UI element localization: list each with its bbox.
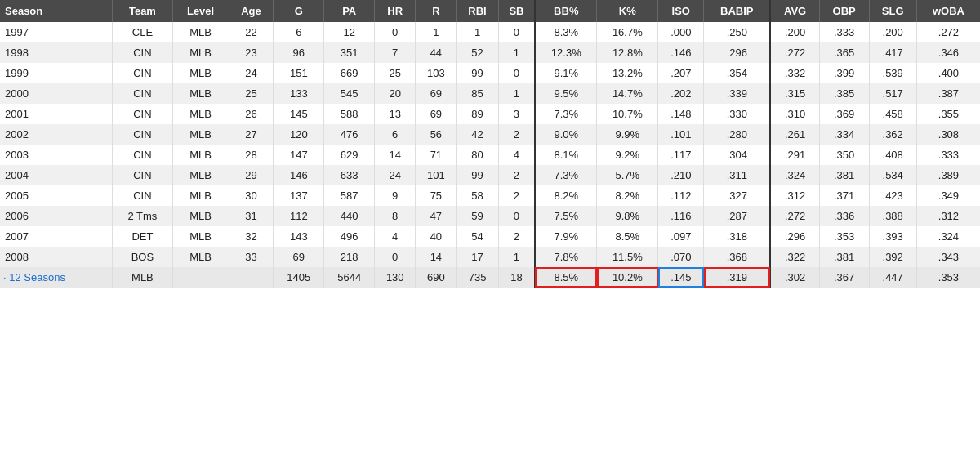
table-cell: 26 <box>229 104 274 124</box>
table-cell: 9.9% <box>597 124 658 145</box>
table-cell: CIN <box>113 185 172 206</box>
summary-cell: .319 <box>704 267 771 288</box>
col-team: Team <box>113 0 172 22</box>
table-cell: 69 <box>416 104 457 124</box>
table-cell: MLB <box>172 124 229 145</box>
table-cell: .365 <box>819 42 869 63</box>
table-cell: 2008 <box>0 247 113 267</box>
table-cell: .310 <box>770 104 819 124</box>
table-cell: 59 <box>457 206 498 226</box>
table-cell: 7.3% <box>535 104 597 124</box>
table-row: 2005CINMLB301375879755828.2%8.2%.112.327… <box>0 185 980 206</box>
table-cell: .393 <box>869 226 916 247</box>
table-cell: 9.1% <box>535 63 597 83</box>
table-cell: 7.9% <box>535 226 597 247</box>
table-cell: 0 <box>498 22 535 42</box>
table-cell: 633 <box>324 165 375 185</box>
table-cell: 6 <box>274 22 324 42</box>
table-cell: 75 <box>416 185 457 206</box>
table-cell: .332 <box>770 63 819 83</box>
table-cell: 588 <box>324 104 375 124</box>
table-cell: .207 <box>658 63 704 83</box>
table-cell: 25 <box>229 83 274 104</box>
table-row: 2007DETMLB321434964405427.9%8.5%.097.318… <box>0 226 980 247</box>
table-cell: CIN <box>113 145 172 165</box>
table-cell: 85 <box>457 83 498 104</box>
table-cell: CIN <box>113 83 172 104</box>
col-avg: AVG <box>770 0 819 22</box>
table-cell: 9 <box>375 185 416 206</box>
table-cell: 120 <box>274 124 324 145</box>
table-cell: 0 <box>498 206 535 226</box>
col-babip: BABIP <box>704 0 771 22</box>
table-cell: 99 <box>457 63 498 83</box>
summary-cell: .302 <box>770 267 819 288</box>
table-cell: 31 <box>229 206 274 226</box>
table-cell: 7 <box>375 42 416 63</box>
table-cell: .371 <box>819 185 869 206</box>
table-cell: 1 <box>457 22 498 42</box>
table-cell: .381 <box>819 165 869 185</box>
table-cell: 351 <box>324 42 375 63</box>
table-cell: 9.0% <box>535 124 597 145</box>
table-cell: 89 <box>457 104 498 124</box>
table-cell: 145 <box>274 104 324 124</box>
table-cell: .350 <box>819 145 869 165</box>
summary-cell: 5644 <box>324 267 375 288</box>
table-cell: 133 <box>274 83 324 104</box>
table-cell: .324 <box>770 165 819 185</box>
table-cell: .385 <box>819 83 869 104</box>
table-cell: 10.7% <box>597 104 658 124</box>
table-cell: 1 <box>498 83 535 104</box>
table-row: 1999CINMLB24151669251039909.1%13.2%.207.… <box>0 63 980 83</box>
table-cell: 0 <box>375 22 416 42</box>
table-cell: 28 <box>229 145 274 165</box>
table-cell: 101 <box>416 165 457 185</box>
table-cell: .355 <box>916 104 980 124</box>
table-cell: .417 <box>869 42 916 63</box>
table-cell: CIN <box>113 104 172 124</box>
table-cell: CLE <box>113 22 172 42</box>
col-pa: PA <box>324 0 375 22</box>
table-cell: 1997 <box>0 22 113 42</box>
stats-table: Season Team Level Age G PA HR R RBI SB B… <box>0 0 980 288</box>
table-cell: 11.5% <box>597 247 658 267</box>
table-cell: MLB <box>172 165 229 185</box>
table-cell: 2 Tms <box>113 206 172 226</box>
table-cell: CIN <box>113 42 172 63</box>
table-cell: MLB <box>172 104 229 124</box>
table-cell: 476 <box>324 124 375 145</box>
table-cell: .333 <box>819 22 869 42</box>
summary-cell: 735 <box>457 267 498 288</box>
col-season: Season <box>0 0 113 22</box>
table-cell: 9.2% <box>597 145 658 165</box>
table-cell: 2 <box>498 185 535 206</box>
table-cell: 1 <box>498 42 535 63</box>
table-cell: 25 <box>375 63 416 83</box>
table-cell: .070 <box>658 247 704 267</box>
table-cell: .261 <box>770 124 819 145</box>
table-row: 2001CINMLB2614558813698937.3%10.7%.148.3… <box>0 104 980 124</box>
summary-cell: 1405 <box>274 267 324 288</box>
table-cell: .296 <box>704 42 771 63</box>
table-cell: 4 <box>498 145 535 165</box>
table-cell: .334 <box>819 124 869 145</box>
table-cell: MLB <box>172 63 229 83</box>
table-cell: 112 <box>274 206 324 226</box>
table-cell: 8.1% <box>535 145 597 165</box>
table-cell: .368 <box>704 247 771 267</box>
table-cell: CIN <box>113 63 172 83</box>
table-cell: 30 <box>229 185 274 206</box>
table-cell: 52 <box>457 42 498 63</box>
table-cell: .101 <box>658 124 704 145</box>
table-cell: 9.8% <box>597 206 658 226</box>
table-cell: .400 <box>916 63 980 83</box>
table-cell: 669 <box>324 63 375 83</box>
table-cell: .117 <box>658 145 704 165</box>
summary-cell: 18 <box>498 267 535 288</box>
table-cell: .408 <box>869 145 916 165</box>
table-cell: .148 <box>658 104 704 124</box>
table-cell: 6 <box>375 124 416 145</box>
table-cell: 14.7% <box>597 83 658 104</box>
table-cell: 22 <box>229 22 274 42</box>
